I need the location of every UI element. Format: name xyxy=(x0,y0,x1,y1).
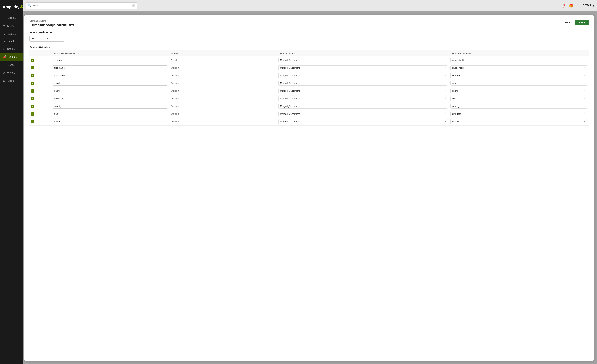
destination-attribute-input[interactable] xyxy=(53,119,167,124)
sidebar-item-label: Desti... xyxy=(8,63,15,66)
destination-attribute-input[interactable] xyxy=(53,104,167,108)
sidebar: Amperity & ⬡ Sourc... ✦ Stitch... ◎ Cust… xyxy=(0,0,23,146)
workflows-icon: ⟳ xyxy=(3,71,5,75)
sidebar-item-label: Users xyxy=(7,79,14,82)
destinations-icon: → xyxy=(3,63,6,67)
sidebar-item-workflows[interactable]: ⟳ Workf... xyxy=(0,69,23,77)
table-row: RequiredMerged_Customersamperity_id xyxy=(29,56,239,64)
col-header-dest-attr: DESTINATION ATTRIBUTE xyxy=(51,50,169,56)
topbar: 🔍 / ❓ 🎁 ⋮ ACME ▾ xyxy=(23,0,239,11)
modal-title-block: Campaign Name Edit campaign attributes xyxy=(29,20,74,27)
destination-dropdown[interactable]: Braze ▾ xyxy=(29,36,64,42)
row-checkbox[interactable] xyxy=(31,66,34,70)
row-checkbox[interactable] xyxy=(31,97,34,100)
search-bar[interactable]: 🔍 / xyxy=(25,2,137,9)
row-status: Optional xyxy=(171,97,179,100)
modal-main-title: Edit campaign attributes xyxy=(29,23,74,27)
sidebar-item-segments[interactable]: ⊙ Segm... xyxy=(0,45,23,53)
sidebar-item-sources[interactable]: ⬡ Sourc... xyxy=(0,14,23,22)
table-row: OptionalMerged_Customerscity xyxy=(29,95,239,102)
users-icon: ⚙ xyxy=(3,79,6,83)
row-status: Optional xyxy=(171,113,179,115)
row-status: Optional xyxy=(171,67,179,69)
destination-attribute-input[interactable] xyxy=(53,81,167,85)
row-status: Optional xyxy=(171,120,179,123)
destination-attribute-input[interactable] xyxy=(53,112,167,116)
select-attributes-label: Select attributes xyxy=(29,46,239,49)
sidebar-item-users[interactable]: ⚙ Users xyxy=(0,77,23,85)
sidebar-item-label: Segm... xyxy=(7,47,16,50)
table-row: OptionalMerged_Customersgender xyxy=(29,118,239,125)
destination-attribute-input[interactable] xyxy=(53,65,167,70)
stitch-icon: ✦ xyxy=(3,24,5,28)
row-status: Optional xyxy=(171,90,179,92)
sidebar-item-label: Stitch... xyxy=(7,24,15,27)
app-logo: Amperity & xyxy=(0,3,26,14)
col-header-status: STATUS xyxy=(169,50,239,56)
table-row: OptionalMerged_Customerssurname xyxy=(29,72,239,79)
table-row: OptionalMerged_Customerscountry xyxy=(29,102,239,110)
search-input[interactable] xyxy=(33,4,131,7)
destination-value: Braze xyxy=(31,37,47,40)
row-checkbox[interactable] xyxy=(31,112,34,116)
row-checkbox[interactable] xyxy=(31,105,34,108)
sidebar-item-label: Sourc... xyxy=(7,16,16,19)
table-row: OptionalMerged_Customersphone xyxy=(29,87,239,95)
edit-campaign-modal: Campaign Name Edit campaign attributes C… xyxy=(24,15,239,146)
campaigns-icon: 📣 xyxy=(3,55,7,59)
queries-icon: </> xyxy=(3,40,6,43)
select-destination-label: Select destination xyxy=(29,31,239,34)
customers-icon: ◎ xyxy=(3,32,6,36)
destination-attribute-input[interactable] xyxy=(53,88,167,93)
sidebar-item-destinations[interactable]: → Desti... xyxy=(0,61,23,69)
search-slash-hint: / xyxy=(132,4,135,7)
table-row: OptionalMerged_Customersbirthdate xyxy=(29,110,239,118)
col-header-check xyxy=(29,50,51,56)
app-name: Amperity xyxy=(3,5,19,9)
sidebar-item-campaigns[interactable]: 📣 Camp... xyxy=(0,53,23,61)
table-row: OptionalMerged_Customersgiven_name xyxy=(29,64,239,72)
row-status: Optional xyxy=(171,82,179,85)
attributes-table: DESTINATION ATTRIBUTE STATUS SOURCE TABL… xyxy=(29,50,239,125)
campaign-name-label: Campaign Name xyxy=(29,20,74,22)
destination-attribute-input[interactable] xyxy=(53,58,167,62)
sidebar-item-label: Custo... xyxy=(7,32,16,35)
row-status: Optional xyxy=(171,105,179,108)
row-status: Required xyxy=(171,59,180,62)
sidebar-item-queries[interactable]: </> Queri... xyxy=(0,38,23,45)
table-row: OptionalMerged_Customersemail xyxy=(29,79,239,87)
destination-attribute-input[interactable] xyxy=(53,96,167,101)
segments-icon: ⊙ xyxy=(3,47,5,51)
sidebar-item-label: Queri... xyxy=(8,40,16,43)
row-checkbox[interactable] xyxy=(31,74,34,77)
row-checkbox[interactable] xyxy=(31,120,34,123)
sidebar-item-customers[interactable]: ◎ Custo... xyxy=(0,30,23,38)
sidebar-item-label: Workf... xyxy=(7,71,16,74)
row-checkbox[interactable] xyxy=(31,82,34,85)
row-checkbox[interactable] xyxy=(31,59,34,62)
sources-icon: ⬡ xyxy=(3,16,6,20)
destination-attribute-input[interactable] xyxy=(53,73,167,78)
row-checkbox[interactable] xyxy=(31,89,34,93)
sidebar-item-stitch[interactable]: ✦ Stitch... xyxy=(0,22,23,30)
chevron-down-icon: ▾ xyxy=(47,37,62,40)
modal-header: Campaign Name Edit campaign attributes C… xyxy=(29,20,239,27)
row-status: Optional xyxy=(171,74,179,77)
sidebar-item-label: Camp... xyxy=(8,55,17,58)
search-icon: 🔍 xyxy=(28,4,31,7)
